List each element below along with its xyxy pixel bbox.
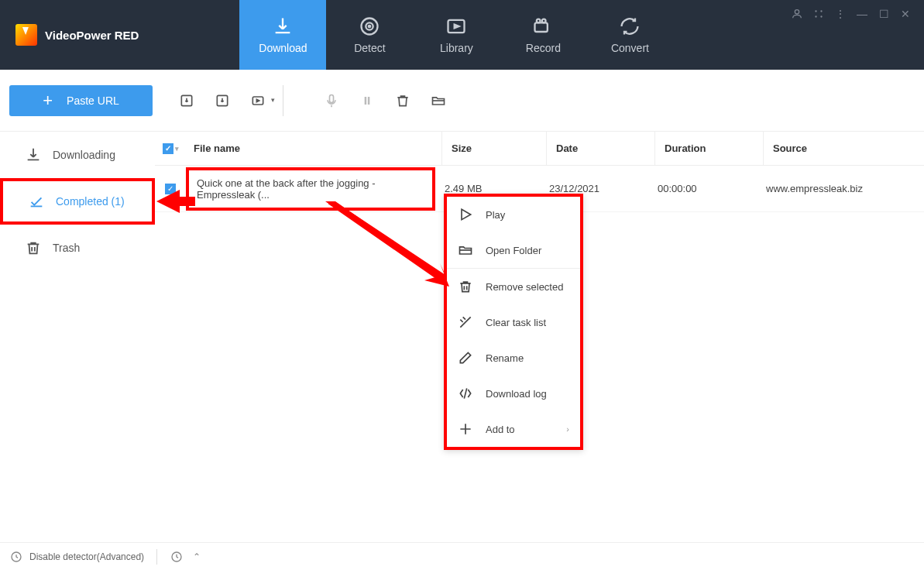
header-date[interactable]: Date: [546, 132, 654, 165]
chevron-right-icon: ›: [566, 424, 569, 434]
nav-download-label: Download: [259, 42, 307, 54]
plus-icon: +: [43, 91, 53, 111]
app-logo-icon: [15, 24, 37, 46]
svg-point-2: [369, 26, 370, 27]
mic-icon[interactable]: [321, 90, 342, 112]
single-download-icon[interactable]: [211, 90, 233, 112]
row-filename: Quick one at the back after the jogging …: [197, 177, 432, 201]
ctx-clear-task[interactable]: Clear task list: [447, 304, 580, 340]
nav-download[interactable]: Download: [239, 0, 326, 70]
detect-icon: [359, 15, 380, 37]
nav-record-label: Record: [526, 42, 561, 54]
download-icon: [272, 15, 294, 37]
video-settings-icon[interactable]: ▾: [247, 90, 269, 112]
paste-url-button[interactable]: + Paste URL: [9, 85, 153, 116]
svg-rect-17: [368, 97, 370, 105]
ctx-rename[interactable]: Rename: [447, 340, 580, 376]
nav-detect[interactable]: Detect: [326, 0, 413, 70]
detector-icon[interactable]: [9, 550, 23, 564]
window-controls: ⋮ ― ☐ ✕: [778, 0, 924, 70]
pause-icon[interactable]: [356, 90, 378, 112]
svg-point-5: [537, 19, 541, 23]
row-source: www.empressleak.biz: [757, 166, 924, 211]
svg-point-7: [795, 10, 799, 14]
titlebar: VideoPower RED Download Detect Library R…: [0, 0, 924, 70]
ctx-open-folder[interactable]: Open Folder: [447, 232, 580, 268]
ctx-play-label: Play: [486, 209, 505, 221]
context-menu: Play Open Folder Remove selected Clear t…: [444, 194, 583, 450]
nav-detect-label: Detect: [354, 42, 385, 54]
grid-icon[interactable]: [812, 8, 825, 20]
ctx-log-label: Download log: [486, 388, 547, 400]
ctx-rename-label: Rename: [486, 352, 524, 364]
table-header: ✓▾ File name Size Date Duration Source: [155, 132, 924, 166]
svg-point-8: [815, 10, 816, 12]
minimize-icon[interactable]: ―: [856, 8, 868, 20]
ctx-remove-label: Remove selected: [486, 281, 563, 293]
ctx-open-folder-label: Open Folder: [486, 245, 541, 256]
folder-icon: [458, 242, 473, 258]
ctx-add-label: Add to: [486, 424, 515, 435]
row-filename-highlight: Quick one at the back after the jogging …: [186, 167, 435, 211]
sidebar-trash[interactable]: Trash: [0, 225, 155, 271]
nav-library-label: Library: [440, 42, 473, 54]
convert-icon: [619, 15, 641, 37]
log-icon: [458, 386, 473, 401]
rename-icon: [458, 350, 473, 366]
batch-download-icon[interactable]: [176, 90, 198, 112]
collapse-icon[interactable]: ⌃: [190, 550, 204, 564]
maximize-icon[interactable]: ☐: [878, 8, 890, 20]
sidebar-downloading-label: Downloading: [53, 149, 115, 161]
close-icon[interactable]: ✕: [899, 8, 912, 20]
row-duration: 00:00:00: [648, 166, 757, 211]
paste-url-label: Paste URL: [67, 94, 119, 107]
ctx-add-to[interactable]: Add to ›: [447, 411, 580, 447]
header-duration[interactable]: Duration: [654, 132, 763, 165]
nav-record[interactable]: Record: [500, 0, 586, 70]
trash-icon: [25, 239, 42, 256]
svg-point-6: [542, 19, 546, 23]
nav-convert[interactable]: Convert: [586, 0, 673, 70]
ctx-download-log[interactable]: Download log: [447, 376, 580, 411]
sidebar: Downloading Completed (1) Trash: [0, 132, 155, 542]
clock-icon[interactable]: [170, 550, 184, 564]
statusbar: Disable detector(Advanced) ⌃: [0, 542, 924, 570]
sidebar-completed-label: Completed (1): [56, 195, 125, 208]
header-checkbox[interactable]: ✓▾: [155, 143, 186, 154]
toolbar-separator: [283, 85, 283, 116]
app-title: VideoPower RED: [45, 29, 139, 42]
svg-point-9: [820, 10, 822, 12]
app-brand: VideoPower RED: [0, 0, 154, 70]
sidebar-completed[interactable]: Completed (1): [0, 178, 155, 225]
delete-icon[interactable]: [392, 90, 414, 112]
row-checkbox[interactable]: ✓: [155, 184, 186, 194]
ctx-clear-label: Clear task list: [486, 317, 546, 328]
nav-library[interactable]: Library: [413, 0, 500, 70]
toolbar: + Paste URL ▾: [0, 70, 924, 132]
svg-point-10: [815, 15, 816, 17]
library-icon: [445, 15, 467, 37]
ctx-play[interactable]: Play: [447, 197, 580, 232]
header-size[interactable]: Size: [441, 132, 546, 165]
add-icon: [458, 421, 473, 437]
sidebar-trash-label: Trash: [53, 242, 80, 254]
remove-icon: [458, 279, 473, 294]
menu-icon[interactable]: ⋮: [834, 8, 847, 20]
status-text[interactable]: Disable detector(Advanced): [29, 551, 144, 562]
header-source[interactable]: Source: [763, 132, 924, 165]
sidebar-downloading[interactable]: Downloading: [0, 132, 155, 178]
record-icon: [532, 15, 554, 37]
svg-point-11: [820, 15, 822, 17]
downloading-icon: [25, 146, 42, 163]
nav-convert-label: Convert: [611, 42, 649, 54]
ctx-remove-selected[interactable]: Remove selected: [447, 269, 580, 304]
user-icon[interactable]: [791, 8, 803, 20]
completed-icon: [28, 193, 45, 210]
open-folder-icon[interactable]: [428, 90, 449, 112]
svg-rect-15: [330, 94, 334, 102]
header-filename[interactable]: File name: [186, 142, 441, 154]
play-icon: [458, 207, 473, 222]
status-separator: [156, 549, 157, 565]
svg-rect-4: [535, 22, 548, 32]
nav-tabs: Download Detect Library Record Convert: [239, 0, 673, 70]
